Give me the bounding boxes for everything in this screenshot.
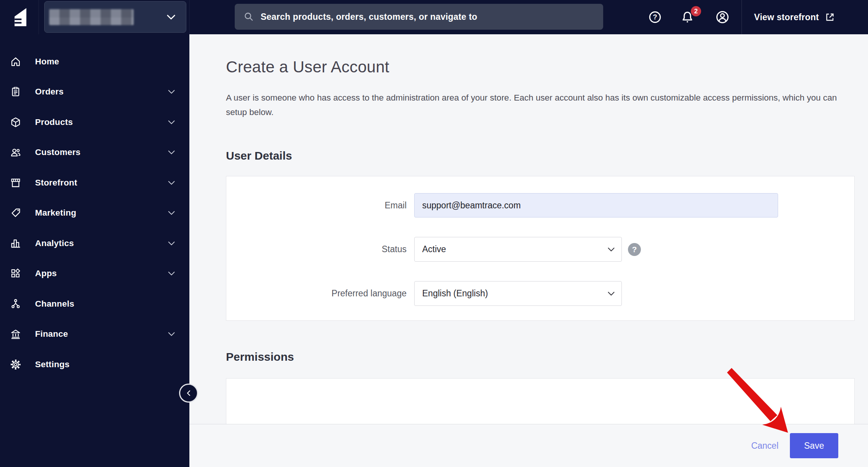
sidebar: Home Orders Products [0, 34, 189, 467]
chevron-down-icon [167, 332, 176, 337]
sidebar-item-orders[interactable]: Orders [0, 77, 189, 107]
chevron-down-icon [167, 271, 176, 276]
sidebar-collapse-button[interactable] [179, 384, 198, 403]
storefront-icon [10, 177, 22, 189]
language-select[interactable]: English (English) [414, 281, 622, 306]
finance-icon [10, 328, 22, 340]
home-icon [10, 56, 22, 68]
language-row: Preferred language English (English) [226, 281, 854, 306]
user-details-card: Email Status Active ? Preferred language… [226, 176, 855, 321]
view-storefront-label: View storefront [754, 12, 819, 22]
chevron-left-icon [185, 389, 192, 397]
sidebar-nav: Home Orders Products [0, 34, 189, 380]
page-intro: A user is someone who has access to the … [226, 91, 855, 120]
sidebar-item-channels[interactable]: Channels [0, 289, 189, 319]
main-content: Create a User Account A user is someone … [189, 34, 868, 467]
apps-icon [10, 267, 22, 280]
sidebar-item-home[interactable]: Home [0, 46, 189, 77]
bigcommerce-logo-icon[interactable] [12, 7, 27, 27]
permissions-heading: Permissions [226, 350, 855, 363]
logo-cell [0, 0, 39, 34]
svg-text:?: ? [653, 13, 657, 21]
sidebar-item-marketing[interactable]: Marketing [0, 198, 189, 229]
sidebar-item-settings[interactable]: Settings [0, 349, 189, 380]
store-name-redacted [49, 9, 134, 25]
language-label: Preferred language [226, 288, 407, 299]
chevron-down-icon [167, 90, 176, 94]
status-value: Active [422, 244, 446, 254]
email-row: Email [226, 193, 854, 218]
chevron-down-icon [167, 180, 176, 185]
email-input[interactable] [414, 193, 778, 218]
channels-icon [10, 298, 22, 310]
sidebar-item-apps[interactable]: Apps [0, 259, 189, 289]
save-button[interactable]: Save [790, 433, 838, 458]
help-button[interactable]: ? [648, 10, 662, 24]
chevron-down-icon [607, 247, 615, 252]
products-icon [10, 116, 22, 128]
orders-icon [10, 86, 22, 98]
topbar-vertical-divider [741, 0, 742, 34]
settings-icon [10, 358, 22, 371]
sidebar-item-customers[interactable]: Customers [0, 138, 189, 168]
user-details-heading: User Details [226, 149, 855, 162]
email-label: Email [226, 200, 407, 211]
action-bar: Cancel Save [189, 424, 868, 467]
topbar: Search products, orders, customers, or n… [0, 0, 868, 34]
chevron-down-icon [167, 241, 176, 246]
account-button[interactable] [715, 10, 730, 25]
status-help-icon[interactable]: ? [628, 243, 641, 256]
store-selector[interactable] [44, 1, 186, 33]
sidebar-item-finance[interactable]: Finance [0, 319, 189, 350]
chevron-down-icon [167, 211, 176, 216]
search-placeholder: Search products, orders, customers, or n… [261, 12, 477, 22]
analytics-icon [10, 237, 22, 249]
status-row: Status Active ? [226, 237, 854, 262]
search-icon [243, 11, 255, 22]
chevron-down-icon [607, 291, 615, 296]
topbar-actions: ? 2 View storefront [644, 0, 836, 34]
cancel-button[interactable]: Cancel [751, 441, 778, 451]
page-title: Create a User Account [226, 57, 855, 77]
topbar-divider [189, 0, 190, 34]
marketing-icon [10, 207, 22, 219]
global-search-input[interactable]: Search products, orders, customers, or n… [235, 4, 603, 30]
status-select[interactable]: Active [414, 237, 622, 262]
chevron-down-icon [167, 150, 176, 155]
external-link-icon [824, 11, 836, 23]
language-value: English (English) [422, 288, 488, 299]
chevron-down-icon [166, 14, 176, 20]
view-storefront-link[interactable]: View storefront [754, 11, 836, 23]
chevron-down-icon [167, 120, 176, 125]
help-icon: ? [648, 10, 662, 24]
account-icon [715, 10, 730, 25]
sidebar-item-products[interactable]: Products [0, 107, 189, 138]
status-label: Status [226, 244, 407, 254]
notifications-button[interactable]: 2 [680, 10, 695, 25]
sidebar-item-analytics[interactable]: Analytics [0, 228, 189, 259]
sidebar-item-storefront[interactable]: Storefront [0, 168, 189, 198]
customers-icon [10, 146, 22, 158]
notification-badge: 2 [691, 6, 701, 16]
